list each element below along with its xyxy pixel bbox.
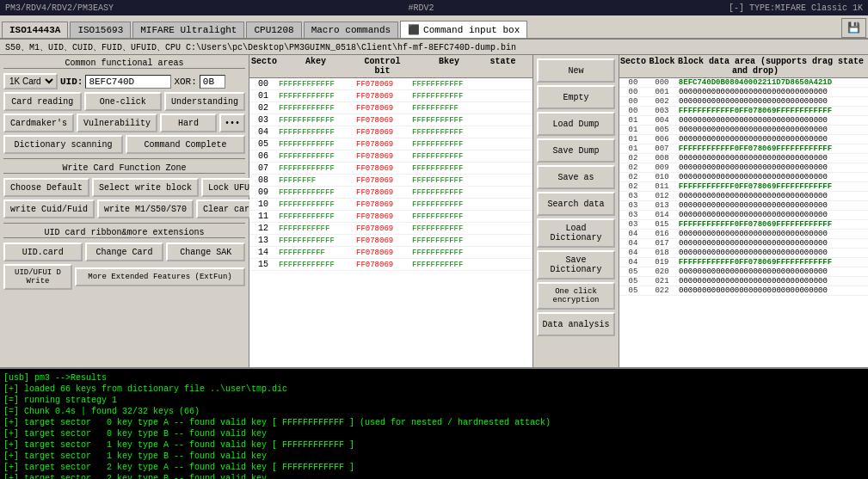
fr-table-row[interactable]: 02 008 00000000000000000000000000000000 bbox=[619, 154, 868, 163]
card-type-select[interactable]: 1K Card 4K Card bbox=[3, 73, 58, 89]
fr-cell-data[interactable]: 00000000000000000000000000000000 bbox=[677, 126, 834, 134]
mid-table-row[interactable]: 03 FFFFFFFFFFFF FF078069 FFFFFFFFFFF bbox=[249, 114, 532, 126]
fr-table-row[interactable]: 02 011 FFFFFFFFFFFF0FF078069FFFFFFFFFFFF bbox=[619, 182, 868, 192]
fr-cell-data[interactable]: 00000000000000000000000000000000 bbox=[677, 230, 834, 238]
empty-button[interactable]: Empty bbox=[537, 85, 615, 109]
fr-table-row[interactable]: 04 019 FFFFFFFFFFFF0FF078069FFFFFFFFFFFF bbox=[619, 258, 868, 267]
save-dump-button[interactable]: Save Dump bbox=[537, 138, 615, 163]
fr-table-row[interactable]: 04 016 00000000000000000000000000000000 bbox=[619, 230, 868, 239]
fr-table-row[interactable]: 05 020 00000000000000000000000000000000 bbox=[619, 267, 868, 277]
fr-cell-data[interactable]: 00000000000000000000000000000000 bbox=[677, 97, 834, 106]
vulnerability-button[interactable]: Vulnerability bbox=[77, 114, 157, 132]
fr-cell-data[interactable]: FFFFFFFFFFFF0FF078069FFFFFFFFFFFF bbox=[677, 258, 834, 267]
fr-cell-data[interactable]: 00000000000000000000000000000000 bbox=[677, 286, 834, 295]
save-dictionary-button[interactable]: Save Dictionary bbox=[537, 250, 615, 279]
change-sak-button[interactable]: Change SAK bbox=[166, 243, 245, 261]
fr-cell-data[interactable]: 00000000000000000000000000000000 bbox=[677, 116, 834, 125]
uid-ufui-write-button[interactable]: UID/UFUI D Write bbox=[3, 264, 72, 290]
command-complete-button[interactable]: Command Complete bbox=[126, 135, 245, 154]
data-analysis-button[interactable]: Data analysis bbox=[537, 312, 615, 336]
fr-cell-data[interactable]: 00000000000000000000000000000000 bbox=[677, 173, 834, 181]
hard-button[interactable]: Hard bbox=[160, 114, 217, 132]
tab-iso15693[interactable]: ISO15693 bbox=[70, 21, 131, 38]
mid-table-row[interactable]: 05 FFFFFFFFFFFF FF078069 FFFFFFFFFFF bbox=[249, 138, 532, 150]
tab-mifare-ultralight[interactable]: MIFARE Ultralight bbox=[132, 21, 244, 38]
fr-table-row[interactable]: 00 003 FFFFFFFFFFFF0FF078069FFFFFFFFFFFF bbox=[619, 107, 868, 116]
fr-cell-data[interactable]: 00000000000000000000000000000000 bbox=[677, 163, 834, 172]
fr-table-row[interactable]: 03 013 00000000000000000000000000000000 bbox=[619, 201, 868, 211]
fr-table-row[interactable]: 05 022 00000000000000000000000000000000 bbox=[619, 286, 868, 296]
cardmakers-button[interactable]: Cardmaker's bbox=[3, 114, 74, 132]
mid-table-row[interactable]: 10 FFFFFFFFFFFF FF078069 FFFFFFFFFFF bbox=[249, 199, 532, 211]
fr-cell-data[interactable]: 00000000000000000000000000000000 bbox=[677, 277, 834, 286]
card-reading-button[interactable]: Card reading bbox=[3, 92, 82, 111]
mid-table-row[interactable]: 14 FFFFFFFFFF FF078069 FFFFFFFFFFF bbox=[249, 247, 532, 259]
xor-input[interactable] bbox=[200, 75, 225, 89]
fr-table-row[interactable]: 01 006 00000000000000000000000000000000 bbox=[619, 135, 868, 144]
fr-table-row[interactable]: 04 017 00000000000000000000000000000000 bbox=[619, 239, 868, 249]
fr-table-row[interactable]: 05 021 00000000000000000000000000000000 bbox=[619, 277, 868, 286]
mid-table-row[interactable]: 04 FFFFFFFFFFFF FF078069 FFFFFFFFFFF bbox=[249, 126, 532, 138]
write-cuid-fuid-button[interactable]: write Cuid/Fuid bbox=[3, 200, 95, 218]
understanding-button[interactable]: Understanding bbox=[164, 92, 245, 111]
fr-cell-data[interactable]: FFFFFFFFFFFF0FF078069FFFFFFFFFFFF bbox=[677, 220, 834, 229]
new-button[interactable]: New bbox=[537, 58, 615, 83]
save-as-button[interactable]: Save as bbox=[537, 165, 615, 189]
uid-card-button[interactable]: UID.card bbox=[3, 243, 83, 261]
fr-table-row[interactable]: 02 009 00000000000000000000000000000000 bbox=[619, 163, 868, 173]
fr-table-row[interactable]: 00 000 8EFC740D0B08040002211D7D8650A421D bbox=[619, 78, 868, 88]
fr-table-row[interactable]: 03 014 00000000000000000000000000000000 bbox=[619, 211, 868, 220]
fr-cell-data[interactable]: 00000000000000000000000000000000 bbox=[677, 135, 834, 144]
mid-table-row[interactable]: 01 FFFFFFFFFFFF FF078069 FFFFFFFFFFF bbox=[249, 90, 532, 102]
mid-table-row[interactable]: 15 FFFFFFFFFFFF FF078069 FFFFFFFFFFF bbox=[249, 259, 532, 271]
choose-default-button[interactable]: Choose Default bbox=[3, 178, 89, 197]
fr-table-row[interactable]: 01 007 FFFFFFFFFFFF0FF078069FFFFFFFFFFFF bbox=[619, 144, 868, 154]
fr-table-row[interactable]: 04 018 00000000000000000000000000000000 bbox=[619, 249, 868, 258]
fr-cell-data[interactable]: 00000000000000000000000000000000 bbox=[677, 88, 834, 96]
tab-macro[interactable]: Macro commands bbox=[304, 21, 398, 38]
mid-table-row[interactable]: 08 FFFFFFFF FF078069 FFFFFFFFFFF bbox=[249, 175, 532, 187]
mid-table-row[interactable]: 09 FFFFFFFFFFFF FF078069 FFFFFFFFFFF bbox=[249, 187, 532, 199]
dictionary-scanning-button[interactable]: Dictionary scanning bbox=[3, 135, 123, 154]
fr-cell-data[interactable]: 00000000000000000000000000000000 bbox=[677, 249, 834, 257]
mid-table-row[interactable]: 07 FFFFFFFFFFFF FF078069 FFFFFFFFFFF bbox=[249, 163, 532, 175]
one-click-encryption-button[interactable]: One click encryption bbox=[537, 282, 615, 310]
mid-table-row[interactable]: 12 FFFFFFFFFFF FF078069 FFFFFFFFFFF bbox=[249, 223, 532, 235]
mid-table-row[interactable]: 00 FFFFFFFFFFFF FF078069 FFFFFFFFFFF bbox=[249, 78, 532, 90]
fr-table-row[interactable]: 02 010 00000000000000000000000000000000 bbox=[619, 173, 868, 182]
fr-cell-data[interactable]: FFFFFFFFFFFF0FF078069FFFFFFFFFFFF bbox=[677, 144, 834, 153]
tab-iso14443a[interactable]: ISO14443A bbox=[2, 21, 68, 38]
mid-table-row[interactable]: 13 FFFFFFFFFFFF FF078069 FFFFFFFFFFF bbox=[249, 235, 532, 247]
fr-table-row[interactable]: 01 004 00000000000000000000000000000000 bbox=[619, 116, 868, 126]
load-dump-button[interactable]: Load Dump bbox=[537, 112, 615, 136]
fr-cell-data[interactable]: 8EFC740D0B08040002211D7D8650A421D bbox=[677, 78, 834, 87]
write-m1-s50-button[interactable]: write M1/S50/S70 bbox=[97, 200, 194, 218]
dots-button[interactable]: ••• bbox=[219, 114, 245, 132]
fr-table-row[interactable]: 00 002 00000000000000000000000000000000 bbox=[619, 97, 868, 107]
tab-command-input[interactable]: ⬛ Command input box bbox=[400, 21, 527, 38]
fr-cell-data[interactable]: 00000000000000000000000000000000 bbox=[677, 211, 834, 219]
uid-input[interactable] bbox=[85, 75, 171, 89]
load-dictionary-button[interactable]: Load Dictionary bbox=[537, 218, 615, 248]
fr-table-row[interactable]: 03 015 FFFFFFFFFFFF0FF078069FFFFFFFFFFFF bbox=[619, 220, 868, 230]
fr-cell-data[interactable]: FFFFFFFFFFFF0FF078069FFFFFFFFFFFF bbox=[677, 107, 834, 115]
fr-table-row[interactable]: 01 005 00000000000000000000000000000000 bbox=[619, 126, 868, 135]
fr-cell-data[interactable]: 00000000000000000000000000000000 bbox=[677, 239, 834, 248]
one-click-button[interactable]: One-click bbox=[84, 92, 163, 111]
change-card-button[interactable]: Change Card bbox=[85, 243, 164, 261]
search-data-button[interactable]: Search data bbox=[537, 192, 615, 216]
mid-table-row[interactable]: 11 FFFFFFFFFFFF FF078069 FFFFFFFFFFF bbox=[249, 211, 532, 223]
fr-table-row[interactable]: 00 001 00000000000000000000000000000000 bbox=[619, 88, 868, 97]
save-button[interactable]: 💾 bbox=[841, 18, 866, 38]
select-write-block-button[interactable]: Select write block bbox=[92, 178, 199, 197]
fr-cell-data[interactable]: FFFFFFFFFFFF0FF078069FFFFFFFFFFFF bbox=[677, 182, 834, 191]
fr-cell-data[interactable]: 00000000000000000000000000000000 bbox=[677, 201, 834, 210]
fr-cell-data[interactable]: 00000000000000000000000000000000 bbox=[677, 154, 834, 163]
mid-table-row[interactable]: 06 FFFFFFFFFFFF FF078069 FFFFFFFFFFF bbox=[249, 150, 532, 163]
mid-table-row[interactable]: 02 FFFFFFFFFFFF FF078069 FFFFFFFFFF bbox=[249, 102, 532, 114]
more-extended-button[interactable]: More Extended Features (ExtFun) bbox=[75, 267, 245, 286]
fr-cell-data[interactable]: 00000000000000000000000000000000 bbox=[677, 192, 834, 200]
fr-table-row[interactable]: 03 012 00000000000000000000000000000000 bbox=[619, 192, 868, 201]
tab-cpu1208[interactable]: CPU1208 bbox=[246, 21, 301, 38]
fr-cell-data[interactable]: 00000000000000000000000000000000 bbox=[677, 267, 834, 276]
